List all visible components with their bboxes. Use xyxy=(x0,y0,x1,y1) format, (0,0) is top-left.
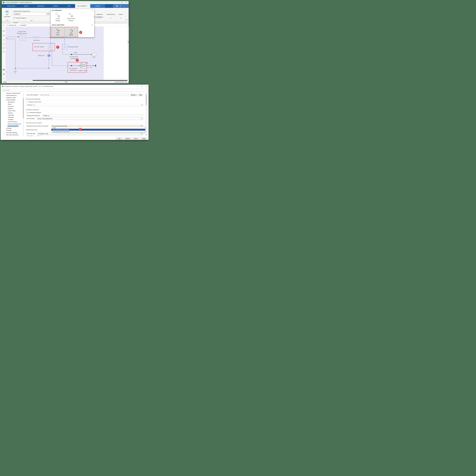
minimize-button[interactable]: – xyxy=(116,1,120,4)
collapse-toolstrip-icon[interactable] xyxy=(126,19,127,21)
tab-hdl-verifier[interactable]: HDL VERIFIER × xyxy=(75,4,90,8)
tree-item-optimization[interactable]: Optimization xyxy=(2,101,23,103)
tree-item-custom-code[interactable]: Custom Code xyxy=(2,110,23,112)
voltage-sensor-label[interactable]: Voltage Sensor xyxy=(68,46,78,48)
verify-button[interactable]: VERIFY ▼ xyxy=(117,14,125,18)
expand-section-icon[interactable] xyxy=(92,24,93,26)
image-icon[interactable] xyxy=(2,47,6,49)
verify-dropdown-icon[interactable]: ▼ xyxy=(117,17,125,18)
document-tab-analoglpf[interactable]: analogLPF xyxy=(11,21,20,24)
ps-simulink-converter1-icon[interactable] xyxy=(70,54,72,55)
tree-item-data-type-replacement[interactable]: Data Type Replacement xyxy=(2,123,23,125)
tree-item-templates[interactable]: Templates xyxy=(2,119,23,121)
scroll-down-icon[interactable]: ▼ xyxy=(146,134,147,136)
view-results-button[interactable]: VIEW RESULTS ▼ xyxy=(106,14,116,18)
status-solver[interactable]: auto(FixedStepDiscrete) xyxy=(114,81,127,83)
config-scroll-thumb[interactable] xyxy=(146,95,147,105)
controlled-voltage-source-block[interactable]: + - xyxy=(20,35,26,41)
fit-to-view-icon[interactable] xyxy=(2,35,6,37)
dropdown-option-per-test-point[interactable]: One function per Test Point xyxy=(51,129,145,131)
tab-modeling[interactable]: MODELING xyxy=(33,4,49,8)
capacitor-plates[interactable] xyxy=(48,55,51,56)
chevron-down-icon[interactable]: ▾ xyxy=(141,104,143,106)
canvas-vertical-scrollbar[interactable] xyxy=(128,27,129,80)
signal-routing-icon[interactable]: ⇉ xyxy=(2,39,6,41)
tree-item-report[interactable]: Report xyxy=(2,103,23,105)
search-input[interactable] xyxy=(2,89,147,92)
tree-scroll-thumb[interactable] xyxy=(23,98,24,118)
config-scrollbar[interactable]: ▲ ▼ xyxy=(146,93,147,136)
tree-item-comments[interactable]: Comments xyxy=(2,105,23,107)
tab-simulation[interactable]: SIMULATION xyxy=(3,4,19,8)
chevron-down-icon[interactable]: ▾ xyxy=(141,133,143,135)
pin-button[interactable] xyxy=(47,13,50,15)
c-code-settings-button[interactable]: C ⚙ C Code Settings xyxy=(51,13,64,22)
up-to-parent-button[interactable]: ↥ xyxy=(7,22,9,23)
tree-item-code-generation[interactable]: ▾Code Generation xyxy=(2,99,23,101)
help-button[interactable]: Help xyxy=(132,137,139,140)
area-icon[interactable] xyxy=(2,51,6,53)
dropdown-option-all-test-points[interactable]: One function for all Test Points xyxy=(51,131,145,133)
tree-item-hdl-code-generation[interactable]: ▸HDL Code Generation xyxy=(2,134,23,136)
hdl-simulator-select[interactable]: Siemens Questa/ModelSim ▾ xyxy=(37,118,143,120)
tree-item-verification[interactable]: Verification xyxy=(2,116,23,119)
tree-expanded-icon[interactable]: ▾ xyxy=(4,99,4,100)
tree-item-identifiers[interactable]: Identifiers xyxy=(2,107,23,110)
scroll-up-icon[interactable]: ▲ xyxy=(146,93,147,95)
outport-block[interactable]: 1 xyxy=(92,53,96,56)
controlled-voltage-source-label[interactable]: Controlled Voltage Source xyxy=(14,31,30,34)
breadcrumb-current[interactable]: analogLPF xyxy=(20,24,27,26)
dpi-generation-icon[interactable]: DPI xyxy=(5,10,9,13)
chevron-down-icon[interactable]: ▾ xyxy=(141,118,143,119)
back-button[interactable]: ← xyxy=(3,22,4,23)
tree-item-systemverilog-dpi[interactable]: SystemVerilog DPI xyxy=(2,125,23,127)
vertical-scroll-thumb[interactable] xyxy=(128,41,129,43)
screenshot-icon[interactable] xyxy=(2,69,6,71)
tree-item-coverage[interactable]: Coverage xyxy=(2,127,23,129)
component-name-input[interactable] xyxy=(13,13,46,15)
source-file-template-input[interactable]: svdpi_event.vgt xyxy=(40,94,129,96)
view-results-dropdown-icon[interactable]: ▼ xyxy=(106,17,116,18)
save-icon[interactable] xyxy=(116,5,118,7)
float-tolerance-input[interactable]: 4.4409e-16 xyxy=(42,115,143,117)
resistor-label[interactable]: Resistor xyxy=(34,39,40,41)
severity-select[interactable]: Fatal ▾ xyxy=(32,104,143,106)
edit-button[interactable]: Edit xyxy=(138,94,143,96)
tree-collapsed-icon[interactable]: ▸ xyxy=(4,132,4,133)
close-button[interactable]: × xyxy=(124,1,129,4)
signal-name-label[interactable]: tp_Amp xyxy=(87,67,92,68)
capacitor-label[interactable]: Capacitor xyxy=(38,55,45,56)
vout-signal-label[interactable]: Vout xyxy=(74,52,77,54)
tree-item-code-placement[interactable]: Code Placement xyxy=(2,121,23,123)
maximize-button[interactable] xyxy=(120,1,124,4)
outport-label[interactable]: Vout xyxy=(92,56,95,58)
locate-icon[interactable]: ◎ xyxy=(3,24,4,26)
close-tab-icon[interactable]: × xyxy=(87,5,88,7)
tab-format[interactable]: FORMAT xyxy=(49,4,63,8)
forward-button[interactable]: → xyxy=(5,22,6,23)
apply-button[interactable]: Apply xyxy=(140,137,147,140)
cancel-button[interactable]: Cancel xyxy=(124,137,131,140)
tree-item-simscape[interactable]: Simscape xyxy=(2,129,23,132)
maximize-button[interactable] xyxy=(140,85,144,88)
tree-item-hardware-implementation[interactable]: Hardware Implementation xyxy=(2,93,23,94)
tree-collapsed-icon[interactable]: ▸ xyxy=(4,135,4,135)
annotation-icon[interactable]: A xyxy=(2,43,6,45)
minimize-button[interactable]: – xyxy=(135,85,140,88)
tree-scrollbar[interactable] xyxy=(23,93,24,136)
terminator-block[interactable] xyxy=(94,65,96,67)
report-runtime-error-checkbox[interactable] xyxy=(27,101,29,103)
breadcrumb-root[interactable]: simscape_dpi xyxy=(9,24,16,26)
more-options-icon[interactable]: ⋯ xyxy=(123,5,125,7)
tree-item-interface[interactable]: Interface xyxy=(2,112,23,114)
electrical-wires[interactable] xyxy=(7,37,65,73)
expand-palette-icon[interactable]: » xyxy=(2,77,6,79)
tab-signal[interactable]: SIGNAL xyxy=(90,4,105,8)
undo-icon[interactable]: ↺ xyxy=(120,5,121,7)
tree-item-simulation-target[interactable]: Simulation Target xyxy=(2,97,23,99)
tree-item-model-referencing[interactable]: Model Referencing xyxy=(2,94,23,97)
logged-signal-wire[interactable] xyxy=(86,65,94,66)
include-testbench-checkbox[interactable]: ✓ xyxy=(14,17,15,19)
ports-dtype-select[interactable]: Compatible C Type ▾ xyxy=(37,133,143,135)
collapse-section-icon[interactable] xyxy=(92,10,93,11)
